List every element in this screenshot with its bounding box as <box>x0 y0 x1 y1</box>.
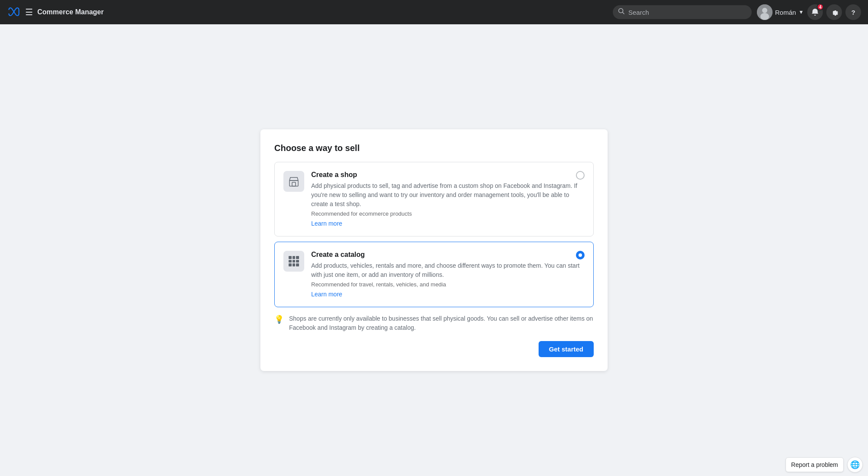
info-box: 💡 Shops are currently only available to … <box>274 314 594 332</box>
info-text: Shops are currently only available to bu… <box>289 314 594 332</box>
option-shop-rec: Recommended for ecommerce products <box>311 210 585 217</box>
header: ☰ Commerce Manager Román ▼ <box>0 0 868 24</box>
option-catalog-desc: Add products, vehicles, rentals and more… <box>311 261 585 279</box>
search-input[interactable] <box>628 9 746 16</box>
language-button[interactable]: 🌐 <box>847 457 863 473</box>
meta-logo-icon <box>7 5 21 19</box>
hamburger-icon[interactable]: ☰ <box>25 7 33 17</box>
option-catalog-content: Create a catalog Add products, vehicles,… <box>311 251 585 298</box>
option-catalog-rec: Recommended for travel, rentals, vehicle… <box>311 281 585 288</box>
help-button[interactable]: ? <box>845 4 861 20</box>
option-catalog[interactable]: Create a catalog Add products, vehicles,… <box>274 242 594 307</box>
search-bar[interactable] <box>613 5 752 19</box>
option-shop-content: Create a shop Add physical products to s… <box>311 171 585 227</box>
search-icon <box>618 8 625 16</box>
svg-point-4 <box>760 13 769 20</box>
settings-button[interactable] <box>826 4 842 20</box>
header-logo: ☰ Commerce Manager <box>7 5 104 19</box>
card-title: Choose a way to sell <box>274 143 594 153</box>
notifications-button[interactable]: 4 <box>807 4 823 20</box>
option-shop-radio[interactable] <box>576 171 585 180</box>
report-problem-button[interactable]: Report a problem <box>786 457 844 472</box>
bottom-bar: Report a problem 🌐 <box>780 453 868 476</box>
user-name: Román <box>775 9 796 16</box>
svg-point-3 <box>762 8 767 13</box>
option-shop[interactable]: Create a shop Add physical products to s… <box>274 162 594 236</box>
svg-rect-6 <box>292 182 296 186</box>
avatar <box>757 4 773 20</box>
app-title: Commerce Manager <box>37 8 104 16</box>
choose-way-card: Choose a way to sell Create a shop Add p… <box>260 129 608 371</box>
svg-rect-5 <box>289 181 298 186</box>
main-content: Choose a way to sell Create a shop Add p… <box>0 24 868 476</box>
notification-badge: 4 <box>817 3 824 10</box>
option-catalog-title: Create a catalog <box>311 251 585 259</box>
header-actions: Román ▼ 4 ? <box>757 4 861 20</box>
option-shop-title: Create a shop <box>311 171 585 179</box>
get-started-button[interactable]: Get started <box>539 341 594 357</box>
option-catalog-learn-more[interactable]: Learn more <box>311 291 342 298</box>
lightbulb-icon: 💡 <box>274 315 284 324</box>
option-catalog-radio[interactable] <box>576 251 585 259</box>
svg-line-1 <box>622 13 624 14</box>
option-shop-desc: Add physical products to sell, tag and a… <box>311 181 585 209</box>
catalog-icon <box>283 251 304 272</box>
card-footer: Get started <box>274 341 594 357</box>
shop-icon <box>283 171 304 192</box>
chevron-down-icon: ▼ <box>799 9 804 15</box>
user-menu[interactable]: Román ▼ <box>757 4 804 20</box>
option-shop-learn-more[interactable]: Learn more <box>311 220 342 227</box>
